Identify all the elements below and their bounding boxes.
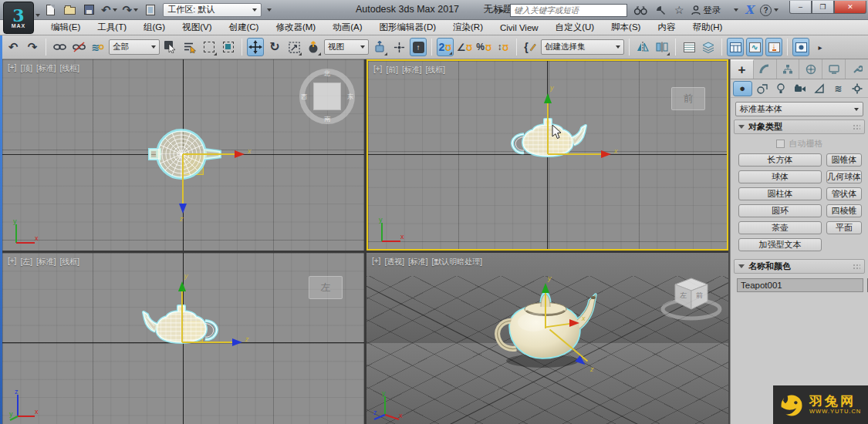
viewcube-south-label[interactable]: 南: [324, 115, 330, 123]
gizmo-z-arrow[interactable]: [232, 338, 242, 346]
percent-snap-toggle-button[interactable]: % Ω: [475, 38, 492, 56]
viewport-pov-label[interactable]: [透视]: [384, 257, 404, 268]
viewport-menu-button[interactable]: [+]: [8, 257, 16, 268]
button-geosphere[interactable]: 几何球体: [826, 170, 862, 183]
select-and-place-button[interactable]: [305, 38, 322, 56]
viewport-renderer-label[interactable]: [标准]: [36, 63, 56, 74]
viewport-menu-button[interactable]: [+]: [8, 63, 16, 74]
new-file-button[interactable]: [43, 2, 57, 18]
viewport-shading-label[interactable]: [默认明暗处理]: [432, 257, 483, 268]
toggle-ribbon-button[interactable]: [727, 38, 744, 56]
keyboard-shortcut-override-button[interactable]: ↑: [410, 38, 427, 56]
select-and-move-button[interactable]: [247, 38, 264, 56]
menu-help[interactable]: 帮助(H): [684, 20, 730, 35]
menu-animation[interactable]: 动画(A): [325, 20, 370, 35]
menu-edit[interactable]: 编辑(E): [43, 20, 88, 35]
viewport-perspective[interactable]: [+] [透视] [标准] [默认明暗处理] 左 前: [366, 253, 728, 424]
select-by-name-button[interactable]: [181, 38, 198, 56]
align-button[interactable]: [654, 38, 670, 56]
gizmo-y-arrow[interactable]: [542, 283, 549, 293]
tab-modify[interactable]: [754, 59, 777, 79]
viewcube-east-label[interactable]: 东: [347, 93, 353, 101]
autogrid-checkbox[interactable]: [776, 140, 785, 148]
communication-center-icon[interactable]: [654, 2, 667, 18]
button-tube[interactable]: 管状体: [826, 187, 862, 200]
rectangular-selection-region-button[interactable]: [201, 38, 218, 56]
project-fetch-button[interactable]: [144, 2, 157, 18]
select-and-scale-button[interactable]: [285, 38, 302, 56]
object-name-input[interactable]: [737, 278, 863, 292]
app-menu-arrow-icon[interactable]: [35, 14, 40, 17]
schematic-view-button[interactable]: ↓: [765, 38, 782, 56]
tab-utilities[interactable]: [846, 59, 868, 79]
gizmo-y-axis[interactable]: [547, 103, 549, 154]
viewport-menu-button[interactable]: [+]: [372, 257, 380, 268]
category-cameras[interactable]: [792, 81, 809, 96]
edit-named-selection-sets-button[interactable]: {: [522, 38, 539, 56]
button-text-plus[interactable]: 加强型文本: [738, 238, 822, 251]
open-file-button[interactable]: [62, 2, 76, 18]
menu-civil-view[interactable]: Civil View: [492, 22, 546, 34]
viewport-shading-label[interactable]: [线框]: [426, 65, 446, 76]
gizmo-x-arrow[interactable]: [569, 319, 579, 327]
viewport-shading-label[interactable]: [线框]: [60, 257, 80, 268]
save-file-button[interactable]: [82, 2, 96, 18]
button-cone[interactable]: 圆锥体: [826, 153, 862, 167]
name-color-rollout-header[interactable]: 名称和颜色: [734, 259, 865, 274]
button-pyramid[interactable]: 四棱锥: [826, 204, 862, 217]
viewport-pov-label[interactable]: [前]: [386, 65, 398, 76]
tab-hierarchy[interactable]: [777, 59, 800, 79]
menu-group[interactable]: 组(G): [136, 20, 173, 35]
redo-history-arrow-icon[interactable]: [133, 8, 138, 12]
viewport-shading-label[interactable]: [线框]: [60, 63, 80, 74]
viewcube-3d[interactable]: 左 前: [656, 274, 727, 322]
button-plane[interactable]: 平面: [826, 221, 862, 234]
minimize-button[interactable]: –: [789, 1, 812, 14]
viewcube[interactable]: 北 东 南 西: [299, 69, 355, 124]
undo-tool-button[interactable]: ↶: [5, 38, 22, 56]
render-setup-button[interactable]: [792, 38, 809, 56]
sign-in-button[interactable]: 登录: [691, 5, 738, 16]
gizmo-x-arrow[interactable]: [235, 150, 245, 158]
undo-history-arrow-icon[interactable]: [113, 8, 117, 12]
select-and-link-button[interactable]: [51, 38, 68, 56]
select-and-manipulate-button[interactable]: [390, 38, 407, 56]
use-pivot-point-center-button[interactable]: [371, 38, 388, 56]
category-systems[interactable]: [848, 81, 866, 96]
undo-button[interactable]: ↶: [101, 2, 117, 18]
gizmo-x-axis[interactable]: [183, 153, 237, 155]
viewport-pov-label[interactable]: [左]: [20, 257, 32, 268]
select-object-button[interactable]: [162, 38, 179, 56]
category-helpers[interactable]: [810, 81, 828, 96]
viewport-top[interactable]: [+] [顶] [标准] [线框] 北 东 南 西: [2, 59, 364, 251]
window-crossing-toggle-button[interactable]: [220, 38, 237, 56]
toolbar-overflow-button[interactable]: ▸: [812, 38, 829, 56]
gizmo-y-arrow[interactable]: [544, 93, 552, 103]
button-cylinder[interactable]: 圆柱体: [738, 187, 822, 200]
viewcube-north-label[interactable]: 北: [324, 69, 330, 78]
category-geometry[interactable]: ●: [733, 81, 752, 96]
menu-views[interactable]: 视图(V): [174, 20, 219, 35]
gizmo-z-arrow[interactable]: [179, 204, 187, 214]
gizmo-y-arrow[interactable]: [178, 281, 186, 291]
viewport-left[interactable]: [+] [左] [标准] [线框] 左 y z z x y: [2, 253, 364, 424]
viewcube-ghost[interactable]: 前: [671, 87, 705, 110]
workspace-options-arrow-icon[interactable]: [267, 8, 272, 12]
close-button[interactable]: ✕: [834, 1, 866, 14]
gizmo-z-axis[interactable]: [182, 342, 235, 343]
menu-graph-editors[interactable]: 图形编辑器(D): [372, 20, 444, 35]
menu-modifiers[interactable]: 修改器(M): [268, 20, 323, 35]
gizmo-z-axis[interactable]: [182, 154, 184, 205]
gizmo-y-axis[interactable]: [545, 293, 546, 328]
tab-display[interactable]: [822, 59, 846, 79]
bind-to-space-warp-button[interactable]: ≋: [90, 38, 106, 56]
tab-motion[interactable]: [799, 59, 822, 79]
category-shapes[interactable]: [754, 81, 772, 96]
viewport-renderer-label[interactable]: [标准]: [36, 257, 56, 268]
unlink-selection-button[interactable]: [70, 38, 87, 56]
angle-snap-toggle-button[interactable]: ∠ Ω: [456, 38, 473, 56]
primitive-category-dropdown[interactable]: 标准基本体: [735, 102, 863, 116]
search-expander-icon[interactable]: ▶: [499, 7, 504, 14]
toggle-scene-explorer-button[interactable]: [681, 38, 697, 56]
curve-editor-button[interactable]: ∿: [746, 38, 763, 56]
